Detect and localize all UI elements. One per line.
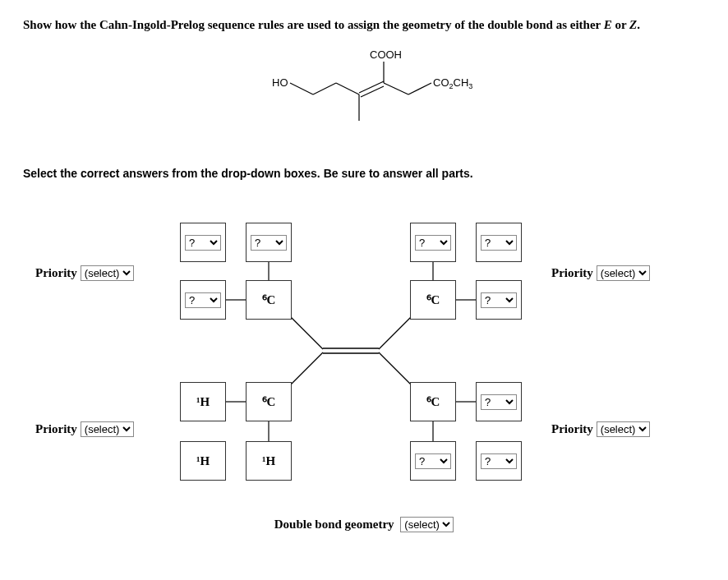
molecule-structure: COOH HO CO2CH3 <box>23 48 705 142</box>
priority-label-bl: Priority <box>35 422 77 436</box>
h-box-bl-lower: ¹H <box>246 441 292 481</box>
priority-select-tl[interactable]: (select) <box>81 265 134 281</box>
bond-lines <box>35 205 693 500</box>
z-label: Z <box>629 18 637 31</box>
carbon-box-br: ⁶C <box>410 382 456 421</box>
svg-line-3 <box>359 81 384 93</box>
carbon-box-tr: ⁶C <box>410 280 456 320</box>
diagram-area: ? ? ? ? ? ⁶C ⁶C ? ¹H ⁶C ⁶C ? ¹H ¹H ? ? P… <box>35 205 693 500</box>
svg-line-0 <box>290 83 313 94</box>
svg-line-4 <box>361 86 384 97</box>
priority-top-left: Priority (select) <box>35 265 134 281</box>
instruction-text: Select the correct answers from the drop… <box>23 167 705 180</box>
question-prefix: Show how the Cahn-Ingold-Prelog sequence… <box>23 18 604 31</box>
label-cooh: COOH <box>370 48 402 61</box>
select-tr-upper[interactable]: ? <box>415 235 451 251</box>
svg-line-1 <box>313 83 336 94</box>
question-text: Show how the Cahn-Ingold-Prelog sequence… <box>23 16 705 34</box>
dropdown-box-tr-upper[interactable]: ? <box>410 223 456 262</box>
dropdown-box-tr-side[interactable]: ? <box>476 280 522 320</box>
dropdown-box-br-lower-right[interactable]: ? <box>476 441 522 481</box>
select-br-side[interactable]: ? <box>481 394 517 410</box>
priority-label-tl: Priority <box>35 266 77 280</box>
svg-line-7 <box>408 83 431 94</box>
carbon-box-bl: ⁶C <box>246 382 292 421</box>
dropdown-box-tl-upper-left[interactable]: ? <box>180 223 226 262</box>
carbon-box-tl: ⁶C <box>246 280 292 320</box>
select-tr-side[interactable]: ? <box>481 292 517 308</box>
priority-select-bl[interactable]: (select) <box>81 421 134 437</box>
priority-select-tr[interactable]: (select) <box>597 265 650 281</box>
dropdown-box-br-side[interactable]: ? <box>476 382 522 421</box>
dropdown-box-tl-upper[interactable]: ? <box>246 223 292 262</box>
svg-line-2 <box>336 83 359 94</box>
select-br-lower[interactable]: ? <box>415 453 451 469</box>
select-tl-upper[interactable]: ? <box>251 235 287 251</box>
priority-bottom-right: Priority (select) <box>551 421 650 437</box>
label-ho: HO <box>272 76 288 89</box>
or-text: or <box>612 18 629 31</box>
select-br-lower-right[interactable]: ? <box>481 453 517 469</box>
e-label: E <box>604 18 612 31</box>
period: . <box>637 18 640 31</box>
h-box-bl-lower-left: ¹H <box>180 441 226 481</box>
priority-top-right: Priority (select) <box>551 265 650 281</box>
label-co2ch3: CO2CH3 <box>433 76 472 90</box>
dropdown-box-tl-side[interactable]: ? <box>180 280 226 320</box>
geometry-label: Double bond geometry <box>274 518 394 531</box>
priority-select-br[interactable]: (select) <box>597 421 650 437</box>
select-tr-upper-right[interactable]: ? <box>481 235 517 251</box>
geometry-select[interactable]: (select) <box>400 517 454 532</box>
dropdown-box-tr-upper-right[interactable]: ? <box>476 223 522 262</box>
priority-label-br: Priority <box>551 422 593 436</box>
select-tl-upper-left[interactable]: ? <box>185 235 221 251</box>
priority-label-tr: Priority <box>551 266 593 280</box>
dropdown-box-br-lower[interactable]: ? <box>410 441 456 481</box>
geometry-row: Double bond geometry (select) <box>23 517 705 532</box>
select-tl-side[interactable]: ? <box>185 292 221 308</box>
priority-bottom-left: Priority (select) <box>35 421 134 437</box>
svg-line-6 <box>384 83 408 94</box>
h-box-bl-side: ¹H <box>180 382 226 421</box>
